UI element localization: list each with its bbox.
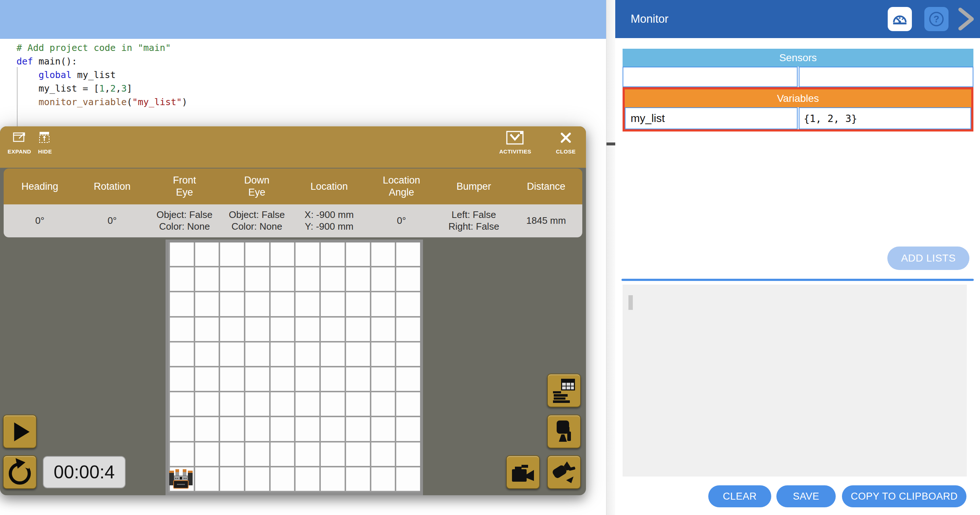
sensor-dashboard-table: HeadingRotationFrontEyeDownEyeLocationLo… (4, 169, 582, 238)
sensor-value-cell (799, 67, 974, 87)
monitor-gauge-button[interactable] (888, 7, 912, 31)
monitor-console-output (622, 285, 967, 477)
sim-column-header: Rotation (76, 169, 149, 204)
splitter-drag-handle[interactable] (606, 142, 616, 145)
close-button[interactable]: CLOSE (552, 129, 580, 155)
sim-column-header: FrontEye (148, 169, 221, 204)
expand-label: EXPAND (8, 148, 31, 155)
collapse-chevron-icon (956, 7, 975, 31)
hide-icon (38, 129, 52, 146)
sim-column-header: Heading (4, 169, 76, 204)
simulator-titlebar: EXPAND HIDE ACTIVITIES (0, 126, 586, 168)
variable-row: my_list {1, 2, 3} (625, 107, 971, 129)
sim-column-value: Object: FalseColor: None (221, 204, 293, 238)
svg-text:?: ? (934, 14, 939, 24)
hide-label: HIDE (38, 148, 52, 155)
projector-icon (552, 461, 576, 484)
screen-icon (552, 420, 576, 443)
sim-column-value: 1845 mm (510, 204, 583, 238)
variable-name-cell: my_list (625, 107, 798, 129)
sensors-empty-row (622, 67, 974, 87)
save-button[interactable]: SAVE (776, 485, 836, 507)
robot-sprite (169, 469, 192, 492)
console-scrollbar-thumb[interactable] (628, 295, 633, 310)
sim-column-header: Location (293, 169, 366, 204)
variable-name: my_list (625, 112, 665, 124)
table-log-icon (552, 378, 576, 403)
indent-guide (17, 67, 18, 126)
sim-column-value: 0° (76, 204, 149, 238)
copy-to-clipboard-button[interactable]: COPY TO CLIPBOARD (842, 485, 966, 507)
variable-value: {1, 2, 3} (799, 113, 858, 124)
code-editor[interactable]: # Add project code in "main"def main(): … (16, 41, 188, 109)
section-divider (622, 279, 974, 281)
add-lists-button[interactable]: ADD LISTS (887, 247, 969, 270)
reset-button[interactable] (3, 455, 37, 489)
close-icon (560, 129, 572, 146)
sim-column-value: Left: FalseRight: False (438, 204, 510, 238)
editor-top-bar (0, 0, 606, 39)
simulator-window: EXPAND HIDE ACTIVITIES (0, 126, 586, 495)
sim-column-header: DownEye (221, 169, 293, 204)
activities-button[interactable]: ACTIVITIES (493, 129, 538, 155)
expand-button[interactable]: EXPAND (6, 129, 33, 155)
sensor-table-value-row: 0°0°Object: FalseColor: NoneObject: Fals… (4, 204, 582, 238)
panel-splitter (606, 0, 616, 515)
camera-icon (511, 461, 535, 484)
sim-column-header: Distance (510, 169, 583, 204)
sim-column-value: Object: FalseColor: None (148, 204, 221, 238)
monitor-panel: Monitor ? Sensors (615, 0, 980, 515)
play-icon (4, 415, 36, 448)
screen-view-button[interactable] (547, 415, 581, 448)
variable-value-cell: {1, 2, 3} (799, 107, 972, 129)
play-button[interactable] (3, 415, 37, 448)
sensor-name-cell (622, 67, 798, 87)
activities-icon (506, 129, 524, 146)
sensor-table-header-row: HeadingRotationFrontEyeDownEyeLocationLo… (4, 169, 582, 204)
data-table-view-button[interactable] (547, 374, 581, 407)
clear-button[interactable]: CLEAR (708, 485, 771, 507)
monitor-header: Monitor ? (615, 0, 980, 38)
monitor-title: Monitor (631, 0, 668, 38)
timer-display: 00:00:4 (43, 456, 126, 488)
monitor-table: Sensors Variables my_list {1, 2, 3} (622, 49, 974, 131)
gauge-icon (891, 11, 908, 27)
variables-section-header: Variables (625, 89, 971, 107)
code-line: global my_list (16, 68, 188, 82)
sim-column-value: 0° (4, 204, 76, 238)
code-line: # Add project code in "main" (16, 41, 188, 54)
close-label: CLOSE (556, 148, 576, 155)
camera-view-button[interactable] (506, 455, 540, 489)
code-line: def main(): (16, 54, 188, 68)
reset-icon (4, 455, 36, 489)
code-line: monitor_variable("my_list") (16, 95, 188, 109)
sensors-section-header: Sensors (622, 49, 974, 67)
variables-highlighted-section: Variables my_list {1, 2, 3} (622, 87, 974, 131)
projector-view-button[interactable] (547, 455, 581, 489)
help-icon: ? (928, 11, 945, 27)
sim-column-value: X: -900 mmY: -900 mm (293, 204, 366, 238)
monitor-help-button[interactable]: ? (924, 7, 948, 31)
sim-column-header: LocationAngle (366, 169, 438, 204)
code-line: my_list = [1,2,3] (16, 82, 188, 95)
activities-label: ACTIVITIES (499, 148, 531, 155)
sim-column-value: 0° (366, 204, 438, 238)
sim-column-header: Bumper (438, 169, 510, 204)
playground-grid (165, 239, 423, 495)
hide-button[interactable]: HIDE (36, 129, 54, 155)
expand-icon (13, 129, 26, 146)
monitor-collapse-button[interactable] (956, 7, 975, 31)
